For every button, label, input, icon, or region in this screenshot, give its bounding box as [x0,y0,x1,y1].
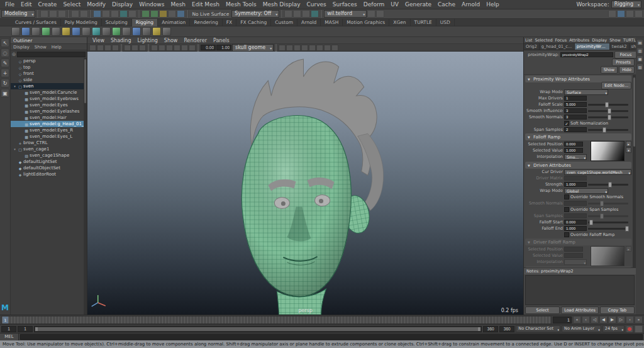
shelf-icon[interactable] [72,27,80,36]
camera-attributes-icon[interactable] [104,45,111,51]
node-tab-head-shape-orig[interactable]: g_head_01_cvShapeOrig [540,43,575,50]
step-forward-key-button[interactable]: ▷ [617,316,625,323]
falloff-start-slider[interactable] [588,222,628,223]
driver-falloff-ramp-header[interactable]: Driver Falloff Ramp [525,239,631,245]
select-object-icon[interactable] [102,10,110,18]
interpolation-dropdown[interactable]: Smooth [564,154,587,160]
outliner-item-g-head-01-cv[interactable]: ▩ sven_model:g_Head_01_cv [11,121,87,127]
section-header[interactable]: Falloff Ramp [525,133,631,140]
rotate-tool-icon[interactable]: ↻ [1,79,9,87]
menu-item[interactable]: Curves [304,1,330,8]
sidebar-attribute-editor-toggle-icon[interactable] [617,10,625,18]
command-line-input[interactable] [20,334,643,340]
shelf-tab[interactable]: XGen [389,19,410,26]
hide-button[interactable]: Hide [619,66,635,74]
outliner-item-eyes[interactable]: ▩ sven_model:Eyes [11,102,87,108]
undo-icon[interactable] [71,10,79,18]
outliner-item-brow-ctrl[interactable]: + brow_CTRL [11,140,87,146]
menu-item[interactable]: Select [60,1,84,8]
anti-aliasing-icon[interactable] [331,45,338,51]
playback-start-field[interactable] [18,326,33,332]
node-tab-shape1[interactable]: shape1 [630,43,636,50]
image-plane-icon[interactable] [124,45,131,51]
go-to-end-button[interactable]: » [635,316,643,323]
select-tool-icon[interactable]: ↖ [1,38,9,47]
override-span-samples-checkbox[interactable] [564,207,569,212]
lighting-icon[interactable] [301,45,308,51]
span-samples-field[interactable] [564,127,587,132]
playback-end-field[interactable] [483,326,498,332]
auto-key-icon[interactable]: ● [626,325,633,333]
outliner-item-eyes-l[interactable]: ▩ sven_model:Eyes_L [11,133,87,140]
shelf-icon[interactable] [11,27,20,36]
attribute-editor-icon[interactable]: ▥ [636,47,643,54]
node-name-field[interactable] [560,52,613,57]
symmetry-dropdown[interactable]: Symmetry: Off [231,10,279,18]
notes-header[interactable]: Notes: proximityWrap2 [524,267,636,274]
presets-button[interactable]: Presets [612,59,635,66]
shaded-icon[interactable] [286,45,293,51]
attribute-editor-bottom-button[interactable]: Copy Tab [600,306,635,314]
section-header[interactable]: Deformer Attributes [525,267,631,267]
play-backwards-button[interactable]: ◀ [599,316,608,323]
menu-item[interactable]: Display [109,1,136,8]
shelf-tab[interactable]: TURTLE [411,19,436,26]
outliner-scrollbar[interactable] [84,58,87,315]
focus-button[interactable]: Focus [614,51,637,59]
expand-arrow-icon[interactable]: ▾ [13,147,17,151]
attribute-editor-menu-item[interactable]: Selected [533,38,553,43]
selected-value-field[interactable] [564,148,583,153]
shelf-icon[interactable] [62,27,70,36]
paint-effects-icon[interactable] [367,10,375,18]
current-time-marker[interactable]: 1 [3,317,8,323]
cur-driver-dropdown[interactable]: sven_cage1Shape.worldMesh [564,169,631,175]
head-wireframe-mesh[interactable] [242,116,372,315]
menu-item[interactable]: Deform [360,1,387,8]
shelf-icon[interactable] [142,27,151,36]
outliner-item-front[interactable]: ◇ front [11,70,87,77]
falloff-ramp-preview[interactable] [591,141,625,161]
select-hierarchy-icon[interactable] [93,10,101,18]
selection-mask-icon[interactable] [128,10,136,18]
lock-camera-icon[interactable] [97,45,104,51]
menu-item[interactable]: Cache [435,1,458,8]
ipr-render-icon[interactable] [302,10,310,18]
outliner-search-input[interactable] [17,52,86,57]
shelf-icon[interactable] [31,27,40,36]
shelf-tab[interactable]: Rigging [132,19,158,26]
expand-arrow-icon[interactable]: ▾ [13,84,17,88]
smooth-normals-field[interactable] [564,115,587,120]
menu-item[interactable]: Modify [84,1,109,8]
outliner-item-hair[interactable]: ▩ sven_model:Hair [11,115,87,121]
viewport-canvas[interactable]: persp 0.2 fps [87,52,523,315]
animation-end-field[interactable] [499,326,514,332]
go-to-start-button[interactable]: « [573,316,581,323]
falloff-end-field[interactable] [564,226,587,231]
oversan-icon[interactable] [139,45,146,51]
sidebar-channelbox-toggle-icon[interactable] [608,10,616,18]
move-tool-icon[interactable]: + [1,69,9,77]
paint-select-tool-icon[interactable]: ✎ [1,59,9,67]
tool-settings-icon[interactable]: ▧ [636,64,643,70]
anim-layer-dropdown[interactable]: No Anim Layer [562,325,601,332]
viewport-menu-item[interactable]: Shading [108,38,135,43]
menu-item[interactable]: File [2,1,18,8]
attribute-editor-bottom-button[interactable]: Select [525,306,560,314]
animation-start-field[interactable] [1,326,16,332]
command-language-label[interactable]: MEL [0,334,19,340]
modeling-toolkit-icon[interactable]: ▦ [636,55,643,62]
new-scene-icon[interactable] [40,10,48,18]
snap-to-grid-icon[interactable] [142,10,150,18]
step-back-key-button[interactable]: ◁ [591,316,599,323]
channel-box-icon[interactable]: ▤ [636,39,643,46]
exposure-field[interactable] [201,45,216,50]
character-set-dropdown[interactable]: No Character Set [516,325,560,332]
shelf-icon[interactable] [132,27,141,36]
driver-wrap-mode-dropdown[interactable]: Global [564,188,608,194]
shelf-icon[interactable] [152,27,161,36]
node-tab-orig2[interactable]: Orig2 [524,43,540,50]
outliner-item-light-editor-root[interactable]: ◈ lightEditorRoot [11,171,87,177]
notes-area[interactable] [525,275,635,305]
outliner-item-sven-cage1shape[interactable]: ▨ sven_cage1Shape [11,152,87,159]
override-smooth-normals-checkbox[interactable] [564,194,569,199]
